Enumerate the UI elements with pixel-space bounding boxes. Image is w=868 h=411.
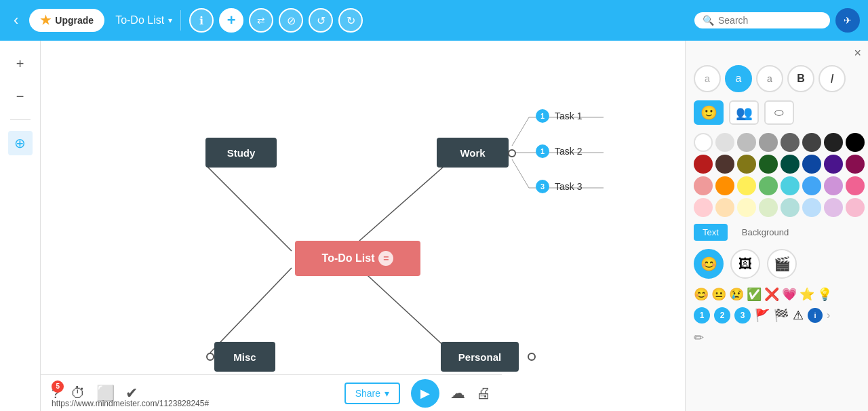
redo-button[interactable]: ↻ [338, 8, 363, 33]
color-yellow-900[interactable] [737, 155, 756, 174]
emoji-bulb[interactable]: 💡 [817, 287, 832, 302]
print-button[interactable]: 🖨 [476, 385, 491, 402]
emoji-check[interactable]: ✅ [747, 287, 762, 302]
color-purple-900[interactable] [824, 155, 843, 174]
cloud-upload-button[interactable]: ☁ [450, 385, 465, 402]
title-chevron-icon[interactable]: ▾ [168, 16, 172, 25]
text-style-regular-button[interactable]: a [725, 65, 752, 92]
task-1-item[interactable]: 1 Task 1 [536, 109, 582, 123]
flag-red-icon[interactable]: 🚩 [755, 308, 770, 323]
color-blue-900[interactable] [802, 155, 821, 174]
color-orange-100[interactable] [715, 198, 734, 217]
color-cyan-300[interactable] [781, 176, 800, 195]
work-node[interactable]: Work [437, 138, 509, 168]
more-badges-chevron[interactable]: › [827, 309, 830, 321]
color-white[interactable] [694, 133, 713, 152]
color-pink-300[interactable] [846, 176, 865, 195]
diagram-title[interactable]: To-Do List [115, 14, 164, 26]
color-red-200[interactable] [694, 176, 713, 195]
text-style-bold-button[interactable]: B [787, 65, 814, 92]
color-yellow-100[interactable] [737, 198, 756, 217]
shape-person-button[interactable]: 🙂 [694, 100, 724, 125]
color-gray-900[interactable] [824, 133, 843, 152]
text-style-thin-button[interactable]: a [694, 65, 721, 92]
color-blue-400[interactable] [802, 176, 821, 195]
misc-node[interactable]: Misc [214, 342, 275, 372]
undo-button[interactable]: ↺ [309, 8, 333, 33]
color-yellow-400[interactable] [737, 176, 756, 195]
color-green-400[interactable] [759, 176, 778, 195]
color-red-100[interactable] [694, 198, 713, 217]
image-button[interactable]: 🖼 [730, 249, 760, 279]
close-panel-button[interactable]: × [854, 46, 861, 60]
color-black[interactable] [846, 133, 865, 152]
emoji-star[interactable]: ⭐ [800, 287, 814, 302]
share-button[interactable]: Share ▾ [344, 383, 400, 404]
no-entry-button[interactable]: ⊘ [279, 8, 303, 33]
color-brown-800[interactable] [715, 155, 734, 174]
badge-1[interactable]: 1 [694, 307, 710, 324]
pencil-icon[interactable]: ✏ [694, 331, 704, 345]
text-style-italic-button[interactable]: I [818, 65, 846, 92]
color-gray-700[interactable] [781, 133, 800, 152]
root-node[interactable]: To-Do List = [295, 241, 420, 276]
color-gray-100[interactable] [715, 133, 734, 152]
work-connection-dot[interactable] [508, 149, 516, 157]
svg-line-4 [512, 117, 529, 146]
video-button[interactable]: 🎬 [767, 249, 797, 279]
emoji-heart[interactable]: 💗 [782, 287, 797, 302]
canvas-area[interactable]: To-Do List = Study Work Personal Misc 1 … [41, 41, 685, 411]
color-pink-100[interactable] [846, 198, 865, 217]
svg-line-1 [359, 166, 444, 241]
emoji-button[interactable]: 😊 [694, 249, 724, 279]
zoom-out-button[interactable]: − [8, 84, 33, 109]
task-2-badge: 1 [536, 144, 549, 158]
color-gray-400[interactable] [759, 133, 778, 152]
search-box[interactable]: 🔍 [694, 12, 830, 28]
task-2-item[interactable]: 1 Task 2 [536, 144, 582, 158]
user-avatar[interactable]: ✈ [835, 8, 860, 33]
color-teal-900[interactable] [781, 155, 800, 174]
background-toggle-button[interactable]: Background [733, 224, 797, 241]
color-gray-800[interactable] [802, 133, 821, 152]
text-toggle-button[interactable]: Text [694, 224, 728, 241]
search-input[interactable] [718, 15, 822, 26]
color-pink-900[interactable] [846, 155, 865, 174]
emoji-sad[interactable]: 😢 [729, 287, 744, 302]
personal-node[interactable]: Personal [441, 342, 519, 372]
connections-button[interactable]: ⇄ [249, 8, 273, 33]
color-teal-100[interactable] [781, 198, 800, 217]
badge-3[interactable]: 3 [734, 307, 751, 324]
play-button[interactable]: ▶ [411, 379, 439, 408]
misc-connection-dot[interactable] [206, 353, 214, 361]
shape-group-button[interactable]: 👥 [729, 100, 759, 125]
color-gray-200[interactable] [737, 133, 756, 152]
color-green-900[interactable] [759, 155, 778, 174]
emoji-cross[interactable]: ❌ [764, 287, 779, 302]
flag-finish-icon[interactable]: 🏁 [774, 308, 789, 323]
personal-connection-dot[interactable] [528, 353, 536, 361]
color-purple-100[interactable] [824, 198, 843, 217]
warning-icon[interactable]: ⚠ [793, 308, 804, 323]
center-icon: ⊕ [14, 135, 26, 151]
task-3-item[interactable]: 3 Task 3 [536, 180, 582, 193]
share-chevron-icon: ▾ [384, 388, 389, 399]
color-blue-100[interactable] [802, 198, 821, 217]
color-amber-700[interactable] [715, 176, 734, 195]
upgrade-button[interactable]: ★ Upgrade [29, 9, 104, 32]
color-red-900[interactable] [694, 155, 713, 174]
zoom-in-button[interactable]: + [8, 52, 33, 76]
color-light-green-100[interactable] [759, 198, 778, 217]
emoji-neutral[interactable]: 😐 [711, 287, 726, 302]
study-node[interactable]: Study [205, 138, 277, 168]
badge-2[interactable]: 2 [714, 307, 730, 324]
emoji-smile[interactable]: 😊 [694, 287, 709, 302]
info-button[interactable]: ℹ [189, 8, 214, 33]
back-button[interactable]: ‹ [8, 9, 24, 32]
info-badge[interactable]: i [808, 308, 823, 323]
center-button[interactable]: ⊕ [8, 131, 33, 155]
color-purple-200[interactable] [824, 176, 843, 195]
shape-ellipse-button[interactable]: ⬭ [764, 100, 794, 125]
text-style-outline-button[interactable]: a [756, 65, 783, 92]
add-button[interactable]: + [219, 8, 243, 33]
